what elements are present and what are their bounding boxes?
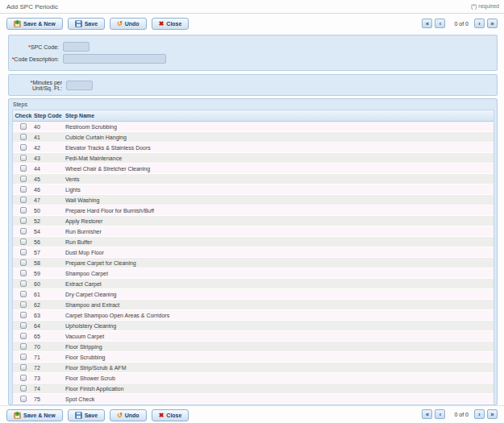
floppy-icon [75,412,82,419]
table-row: 63Carpet Shampoo Open Areas & Corridors [13,310,494,321]
step-checkbox[interactable] [20,207,27,214]
previous-page-button[interactable]: ‹ [435,19,445,28]
check-column-header: Check [13,113,34,118]
first-page-button[interactable]: « [422,19,432,28]
check-cell [13,165,34,172]
check-cell [13,270,34,276]
last-page-button[interactable]: » [487,19,498,28]
close-button[interactable]: ✖ Close [152,18,190,30]
step-checkbox[interactable] [20,165,27,172]
step-checkbox[interactable] [20,364,27,371]
table-row: 45Vents [13,174,494,185]
step-name-cell: Pedi-Mat Maintenance [65,156,494,161]
step-name-cell: Floor Stripping [65,344,494,350]
steps-panel: Steps Check Step Code Step Name 40Restro… [8,98,498,405]
check-cell [13,207,34,214]
step-checkbox[interactable] [20,270,27,276]
page-count-label: 0 of 0 [454,21,469,27]
step-checkbox[interactable] [20,322,27,329]
step-checkbox[interactable] [20,144,27,151]
step-name-cell: Carpet Shampoo Open Areas & Corridors [65,313,494,318]
floppy-plus-icon [14,20,21,27]
step-checkbox[interactable] [20,291,27,297]
floppy-icon [75,20,82,27]
save-button[interactable]: Save [68,409,105,421]
code-panel: *SPC Code: *Code Description: [8,35,498,71]
step-name-cell: Run Burnisher [65,229,494,234]
undo-button[interactable]: ↺ Undo [110,18,147,30]
table-row: 60Extract Carpet [13,279,494,289]
step-name-cell: Shampoo and Extract [65,302,494,308]
step-name-cell: Floor Scrubbing [65,355,494,360]
table-row: 52Apply Restorer [13,216,494,226]
steps-table-header: Check Step Code Step Name [13,110,494,122]
table-row: 70Floor Stripping [13,342,494,352]
step-code-cell: 57 [34,250,65,255]
step-name-cell: Upholstery Cleaning [65,323,494,329]
title-bar: Add SPC Periodic (*) required [0,0,504,14]
step-name-cell: Floor Shower Scrub [65,375,494,381]
step-name-cell: Floor Finish Application [65,386,494,392]
step-checkbox[interactable] [20,218,27,224]
table-row: 43Pedi-Mat Maintenance [13,153,494,164]
step-checkbox[interactable] [20,396,27,402]
step-checkbox[interactable] [20,249,27,255]
step-checkbox[interactable] [20,134,27,140]
step-name-cell: Elevator Tracks & Stainless Doors [65,145,494,151]
step-checkbox[interactable] [20,123,27,130]
save-button[interactable]: Save [68,18,105,30]
step-checkbox[interactable] [20,186,27,193]
step-checkbox[interactable] [20,343,27,350]
code-description-label: *Code Description: [9,56,59,62]
first-page-button[interactable]: « [422,409,432,419]
undo-icon: ↺ [117,413,123,419]
table-row: 62Shampoo and Extract [13,300,494,310]
spc-code-input[interactable] [63,42,90,52]
step-checkbox[interactable] [20,385,27,392]
check-cell [13,218,34,224]
step-checkbox[interactable] [20,238,27,245]
step-checkbox[interactable] [20,280,27,287]
table-row: 50Prepare Hard Floor for Burnish/Buff [13,205,494,216]
step-checkbox[interactable] [20,228,27,234]
add-spc-periodic-window: Add SPC Periodic (*) required Save & New… [0,0,504,423]
step-code-cell: 45 [34,176,65,182]
check-cell [13,123,34,130]
step-name-cell: Wheel Chair & Stretcher Cleaning [65,166,494,172]
steps-section-label: Steps [13,102,27,107]
step-code-cell: 58 [34,260,65,266]
last-page-button[interactable]: » [487,409,498,419]
step-name-cell: Spot Check [65,396,494,402]
step-checkbox[interactable] [20,333,27,339]
step-checkbox[interactable] [20,312,27,318]
table-row: 65Vacuum Carpet [13,331,494,342]
step-checkbox[interactable] [20,176,27,182]
step-checkbox[interactable] [20,301,27,308]
step-checkbox[interactable] [20,375,27,381]
step-checkbox[interactable] [20,155,27,161]
check-cell [13,176,34,182]
step-name-cell: Vacuum Carpet [65,334,494,339]
save-and-new-button[interactable]: Save & New [6,18,63,30]
page-count-label: 0 of 0 [454,412,469,417]
top-button-group: Save & New Save ↺ Undo ✖ Close [6,18,194,30]
step-checkbox[interactable] [20,259,27,266]
undo-button[interactable]: ↺ Undo [110,409,147,421]
code-description-input[interactable] [63,54,166,64]
step-checkbox[interactable] [20,354,27,360]
step-code-cell: 44 [34,166,65,172]
minutes-input[interactable] [66,81,93,90]
previous-page-button[interactable]: ‹ [435,409,445,419]
next-page-button[interactable]: › [474,19,485,28]
check-cell [13,134,34,140]
check-cell [13,354,34,360]
step-code-cell: 65 [34,334,65,339]
check-cell [13,249,34,255]
close-label: Close [166,21,181,27]
check-cell [13,186,34,193]
save-and-new-button[interactable]: Save & New [6,409,63,421]
step-code-cell: 56 [34,239,65,245]
close-button[interactable]: ✖ Close [152,409,190,421]
step-checkbox[interactable] [20,197,27,203]
next-page-button[interactable]: › [474,409,485,419]
